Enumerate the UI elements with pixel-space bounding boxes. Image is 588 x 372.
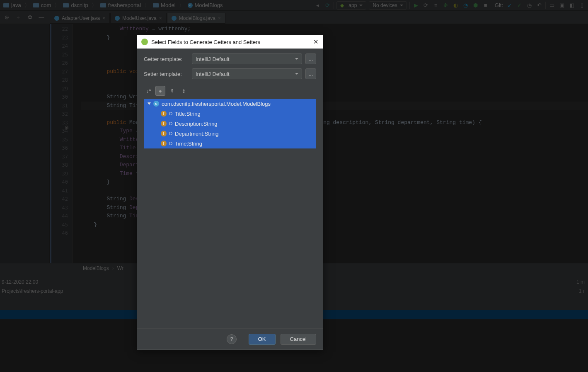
crumb[interactable]: Wr — [117, 265, 123, 271]
setter-template-label: Setter template: — [144, 71, 189, 77]
dialog-titlebar: Select Fields to Generate Getters and Se… — [137, 35, 323, 49]
sort-visibility-icon[interactable]: ● — [155, 86, 165, 96]
breadcrumb: java〉 com〉 dscnitp〉 freshersportal〉 Mode… — [0, 2, 224, 9]
apply-code-icon[interactable]: ≡ — [432, 2, 440, 9]
folder-icon — [3, 3, 9, 7]
git-commit-icon[interactable]: ✓ — [515, 2, 523, 9]
class-path-label: com.dscnitp.freshersportal.Model.ModelBl… — [162, 101, 271, 107]
editor-tab[interactable]: ModelUser.java × — [110, 13, 167, 24]
collapse-icon[interactable]: ÷ — [15, 14, 22, 21]
tab-label: AdapterUser.java — [62, 15, 100, 21]
cancel-button[interactable]: Cancel — [281, 334, 316, 345]
browse-button[interactable]: ... — [305, 53, 316, 64]
device-dropdown[interactable]: No devices — [369, 1, 407, 10]
browse-button[interactable]: ... — [305, 68, 316, 79]
expand-all-icon[interactable]: ⇞ — [167, 86, 177, 96]
git-timestamp: 9-12-2020 22:00 — [0, 279, 38, 285]
profiler-icon[interactable]: ◔ — [462, 2, 469, 9]
field-icon: f — [161, 131, 167, 136]
folder-icon — [33, 3, 39, 7]
change-marker — [50, 24, 51, 263]
sync-button[interactable]: ⟳ — [324, 2, 331, 9]
getter-template-label: Getter template: — [144, 56, 189, 62]
field-label: Description:String — [175, 121, 218, 127]
back-button[interactable]: ◂ — [314, 2, 321, 9]
crumb[interactable]: java — [2, 2, 23, 8]
hide-panel-icon[interactable]: — — [38, 14, 45, 21]
collapse-all-icon[interactable]: ⇟ — [179, 86, 189, 96]
tree-class-node[interactable]: c com.dscnitp.freshersportal.Model.Model… — [144, 99, 316, 109]
class-icon — [188, 3, 193, 8]
crumb[interactable]: Model — [151, 2, 177, 8]
folder-icon — [63, 3, 69, 7]
class-icon — [115, 16, 120, 21]
sdk-icon[interactable]: ◧ — [568, 2, 576, 9]
project-panel-collapsed — [0, 24, 50, 263]
field-tree[interactable]: c com.dscnitp.freshersportal.Model.Model… — [144, 98, 316, 149]
git-path: Projects\freshers-portal-app — [0, 288, 63, 294]
avd-icon[interactable]: ▣ — [558, 2, 566, 9]
git-update-icon[interactable]: ↙ — [506, 2, 513, 9]
tree-field-node[interactable]: f Title:String — [144, 109, 316, 119]
help-button[interactable]: ? — [227, 334, 237, 344]
tree-field-node[interactable]: f Department:String — [144, 129, 316, 139]
crumb[interactable]: freshersportal — [99, 2, 143, 8]
device-manager-icon[interactable]: ▯ — [578, 2, 586, 9]
crumb[interactable]: ModelBlogs — [83, 265, 109, 271]
target-icon[interactable]: ⊕ — [3, 14, 10, 21]
close-icon[interactable]: × — [218, 15, 221, 21]
close-icon[interactable]: × — [102, 15, 105, 21]
fold-gutter: @ — [73, 24, 81, 263]
visibility-icon — [169, 132, 172, 135]
getter-template-dropdown[interactable]: IntelliJ Default — [192, 53, 302, 64]
sort-alpha-icon[interactable]: ↓ᴬ — [144, 86, 154, 96]
main-toolbar: java〉 com〉 dscnitp〉 freshersportal〉 Mode… — [0, 0, 588, 11]
setter-template-dropdown[interactable]: IntelliJ Default — [192, 68, 302, 79]
field-label: Title:String — [175, 111, 201, 117]
chevron-down-icon[interactable] — [148, 102, 151, 105]
visibility-icon — [169, 142, 172, 145]
coverage-icon[interactable]: ◐ — [452, 2, 460, 9]
run-icon[interactable]: ▶ — [412, 2, 420, 9]
attach-debugger-icon[interactable]: ⬢ — [472, 2, 479, 9]
ok-button[interactable]: OK — [249, 334, 276, 345]
dialog-title: Select Fields to Generate Getters and Se… — [151, 39, 260, 45]
tree-field-node[interactable]: f Description:String — [144, 119, 316, 129]
field-icon: f — [161, 121, 167, 126]
apply-changes-icon[interactable]: ⟳ — [422, 2, 430, 9]
folder-icon — [153, 3, 159, 7]
run-config-dropdown[interactable]: ◆ app — [336, 1, 366, 10]
debug-icon[interactable]: ❉ — [442, 2, 450, 9]
editor-tab-bar: ⊕ ÷ ✿ — AdapterUser.java × ModelUser.jav… — [0, 11, 588, 24]
android-studio-icon — [141, 39, 148, 45]
class-icon: c — [153, 101, 159, 107]
tab-label: ModelUser.java — [122, 15, 157, 21]
git-label: Git: — [495, 2, 503, 8]
close-icon[interactable]: × — [159, 15, 162, 21]
class-icon — [54, 16, 59, 21]
stop-icon[interactable]: ■ — [482, 2, 489, 9]
visibility-icon — [169, 122, 172, 125]
toolbar-right: ◂ ⟳ ◆ app No devices ▶ ⟳ ≡ ❉ ◐ ◔ ⬢ ■ Git… — [314, 1, 588, 10]
tab-label: ModelBlogs.java — [179, 15, 215, 21]
crumb[interactable]: ModelBlogs — [186, 2, 225, 8]
android-icon: ◆ — [340, 2, 346, 8]
editor-tab-active[interactable]: ModelBlogs.java × — [167, 13, 225, 24]
editor-tab[interactable]: AdapterUser.java × — [50, 13, 110, 24]
field-label: Department:String — [175, 131, 219, 137]
tree-field-node[interactable]: f Time:String — [144, 139, 316, 148]
line-number-gutter: 2223242526272829303132333435363738394041… — [50, 24, 73, 263]
git-history-icon[interactable]: ◷ — [525, 2, 533, 9]
layout-icon[interactable]: ▭ — [548, 2, 556, 9]
field-icon: f — [161, 141, 167, 146]
git-age: 1 m — [576, 279, 588, 285]
field-label: Time:String — [175, 141, 202, 147]
crumb[interactable]: com — [31, 2, 53, 8]
visibility-icon — [169, 112, 172, 115]
settings-icon[interactable]: ✿ — [27, 14, 33, 21]
field-icon: f — [161, 111, 167, 117]
git-count: 1 r — [579, 288, 588, 294]
crumb[interactable]: dscnitp — [61, 2, 90, 8]
close-icon[interactable]: ✕ — [313, 38, 319, 46]
git-rollback-icon[interactable]: ↶ — [535, 2, 543, 9]
